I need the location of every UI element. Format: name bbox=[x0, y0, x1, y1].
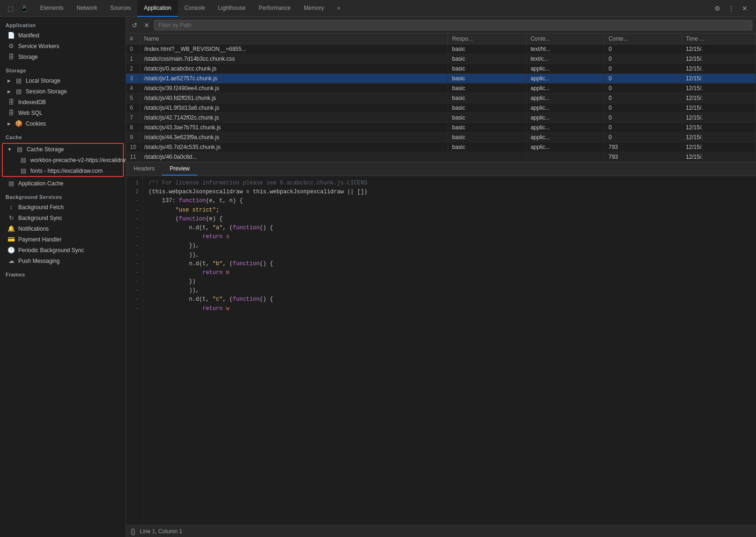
table-row[interactable]: 8 /static/js/43.3ae7b751.chunk.js basic … bbox=[126, 123, 756, 133]
cookies-label: Cookies bbox=[26, 120, 46, 127]
cell-ct1: text/ht... bbox=[527, 44, 605, 54]
cell-num: 8 bbox=[126, 123, 140, 133]
more-options-icon[interactable]: ⋮ bbox=[725, 3, 737, 14]
sidebar-item-cookies[interactable]: ▶ 🍪 Cookies bbox=[0, 118, 126, 129]
local-storage-arrow: ▶ bbox=[7, 78, 11, 83]
cell-name: /static/js/42.7142f02c.chunk.js bbox=[140, 113, 448, 123]
tab-headers[interactable]: Headers bbox=[126, 163, 162, 176]
service-workers-label: Service Workers bbox=[18, 43, 59, 49]
cell-resp: basic bbox=[448, 113, 527, 123]
cell-time: 12/15/. bbox=[682, 93, 756, 103]
table-row[interactable]: 5 /static/js/40.fd2ff261.chunk.js basic … bbox=[126, 93, 756, 103]
sidebar-item-indexeddb[interactable]: 🗄 IndexedDB bbox=[0, 97, 126, 107]
sidebar-item-push-messaging[interactable]: ☁ Push Messaging bbox=[0, 255, 126, 266]
payment-handler-label: Payment Handler bbox=[18, 236, 62, 243]
cell-ct2: 0 bbox=[605, 44, 682, 54]
code-line: return s bbox=[149, 233, 367, 241]
cursor-icon[interactable]: ⬚ bbox=[6, 3, 15, 14]
fonts-cache-label: fonts - https://excalidraw.com bbox=[30, 168, 103, 174]
storage-icon: 🗄 bbox=[7, 53, 15, 60]
tab-network[interactable]: Network bbox=[70, 0, 104, 17]
sidebar-item-periodic-bg-sync[interactable]: 🕐 Periodic Background Sync bbox=[0, 245, 126, 255]
line-number: - bbox=[130, 268, 139, 277]
cell-num: 0 bbox=[126, 44, 140, 54]
cookies-arrow: ▶ bbox=[7, 121, 11, 126]
indexeddb-label: IndexedDB bbox=[18, 99, 46, 106]
sidebar-item-notifications[interactable]: 🔔 Notifications bbox=[0, 223, 126, 234]
code-line: }), bbox=[149, 241, 367, 250]
tab-memory[interactable]: Memory bbox=[297, 0, 330, 17]
sidebar-item-storage[interactable]: 🗄 Storage bbox=[0, 51, 126, 62]
table-row[interactable]: 3 /static/js/1.ae52757c.chunk.js basic a… bbox=[126, 74, 756, 84]
sidebar-item-payment-handler[interactable]: 💳 Payment Handler bbox=[0, 234, 126, 245]
tab-performance[interactable]: Performance bbox=[252, 0, 298, 17]
status-line: Line 1, Column 1 bbox=[140, 528, 182, 535]
tab-console[interactable]: Console bbox=[178, 0, 212, 17]
code-line: return m bbox=[149, 268, 367, 277]
table-row[interactable]: 0 /index.html?__WB_REVISION__=6855... ba… bbox=[126, 44, 756, 54]
sidebar-item-service-workers[interactable]: ⚙ Service Workers bbox=[0, 41, 126, 51]
table-row[interactable]: 10 /static/js/45.7d24c535.chunk.js basic… bbox=[126, 142, 756, 152]
tab-elements[interactable]: Elements bbox=[34, 0, 70, 17]
table-row[interactable]: 7 /static/js/42.7142f02c.chunk.js basic … bbox=[126, 113, 756, 123]
tab-lighthouse[interactable]: Lighthouse bbox=[212, 0, 252, 17]
line-number: - bbox=[130, 215, 139, 224]
cell-name: /static/js/40.fd2ff261.chunk.js bbox=[140, 93, 448, 103]
local-storage-icon: ▤ bbox=[15, 77, 22, 84]
tab-preview[interactable]: Preview bbox=[162, 163, 197, 176]
close-icon[interactable]: ✕ bbox=[739, 3, 750, 14]
code-line: 137: function(e, t, n) { bbox=[149, 197, 367, 205]
clear-icon[interactable]: ✕ bbox=[142, 21, 151, 30]
table-row[interactable]: 6 /static/js/41.9f3d13a6.chunk.js basic … bbox=[126, 103, 756, 113]
sidebar-item-cache-storage[interactable]: ▼ ▤ Cache Storage bbox=[3, 144, 123, 155]
cache-table: # Name Respo... Conte... Conte... Time .… bbox=[126, 34, 756, 162]
table-row[interactable]: 2 /static/js/0.acabcbcc.chunk.js basic a… bbox=[126, 64, 756, 74]
session-storage-icon: ▤ bbox=[15, 88, 22, 95]
cell-num: 2 bbox=[126, 64, 140, 74]
push-messaging-icon: ☁ bbox=[7, 257, 15, 264]
cell-resp: basic bbox=[448, 44, 527, 54]
cell-ct2: 0 bbox=[605, 103, 682, 113]
settings-icon[interactable]: ⚙ bbox=[712, 3, 723, 14]
sidebar-item-bg-sync[interactable]: ↻ Background Sync bbox=[0, 212, 126, 223]
cell-time: 12/15/. bbox=[682, 103, 756, 113]
tab-sources[interactable]: Sources bbox=[104, 0, 137, 17]
sidebar-item-bg-fetch[interactable]: ↕ Background Fetch bbox=[0, 202, 126, 212]
cell-resp: basic bbox=[448, 84, 527, 93]
tab-application[interactable]: Application bbox=[137, 0, 178, 17]
cell-time: 12/15/. bbox=[682, 142, 756, 152]
cell-ct2: 0 bbox=[605, 54, 682, 64]
refresh-icon[interactable]: ↺ bbox=[130, 21, 139, 30]
payment-handler-icon: 💳 bbox=[7, 236, 15, 243]
sidebar-item-session-storage[interactable]: ▶ ▤ Session Storage bbox=[0, 86, 126, 97]
sidebar-item-workbox-cache[interactable]: ▤ workbox-precache-v2-https://excalidraw… bbox=[3, 155, 123, 165]
tab-more[interactable]: » bbox=[331, 0, 347, 17]
cell-ct1: applic... bbox=[527, 123, 605, 133]
sidebar-item-manifest[interactable]: 📄 Manifest bbox=[0, 30, 126, 41]
sidebar-item-fonts-cache[interactable]: ▤ fonts - https://excalidraw.com bbox=[3, 165, 123, 176]
storage-section-label: Storage bbox=[0, 62, 126, 75]
table-row[interactable]: 9 /static/js/44.3e623f9a.chunk.js basic … bbox=[126, 133, 756, 142]
cell-time: 12/15/. bbox=[682, 152, 756, 162]
line-number: - bbox=[130, 277, 139, 286]
sidebar-item-web-sql[interactable]: 🗄 Web SQL bbox=[0, 107, 126, 118]
sidebar: Application 📄 Manifest ⚙ Service Workers… bbox=[0, 17, 126, 537]
sidebar-item-app-cache[interactable]: ▤ Application Cache bbox=[0, 178, 126, 189]
sidebar-item-local-storage[interactable]: ▶ ▤ Local Storage bbox=[0, 75, 126, 86]
line-number: 1 bbox=[130, 179, 139, 188]
filter-input[interactable] bbox=[154, 20, 752, 30]
mobile-icon[interactable]: 📱 bbox=[18, 3, 30, 14]
periodic-bg-sync-label: Periodic Background Sync bbox=[18, 247, 84, 254]
curly-braces-icon[interactable]: {} bbox=[131, 528, 135, 535]
cache-highlight-box: ▼ ▤ Cache Storage ▤ workbox-precache-v2-… bbox=[2, 143, 124, 177]
push-messaging-label: Push Messaging bbox=[18, 258, 60, 264]
table-row[interactable]: 4 /static/js/39.f2490ee4.chunk.js basic … bbox=[126, 84, 756, 93]
cell-time: 12/15/. bbox=[682, 74, 756, 84]
col-header-name: Name bbox=[140, 34, 448, 44]
cell-num: 9 bbox=[126, 133, 140, 142]
cell-name: /static/js/46.0a0c8d... bbox=[140, 152, 448, 162]
cache-table-area: # Name Respo... Conte... Conte... Time .… bbox=[126, 34, 756, 163]
code-line: (function(e) { bbox=[149, 215, 367, 224]
table-row[interactable]: 11 /static/js/46.0a0c8d... 793 12/15/. bbox=[126, 152, 756, 162]
table-row[interactable]: 1 /static/css/main.7d14b3cc.chunk.css ba… bbox=[126, 54, 756, 64]
